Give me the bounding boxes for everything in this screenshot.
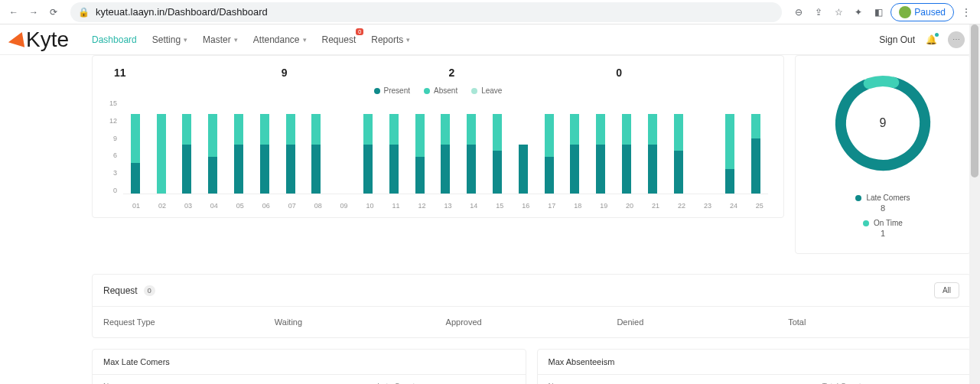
url-bar[interactable]: 🔒 kyteuat.laayn.in/Dashboard/Dashboard xyxy=(70,2,782,22)
x-tick: 15 xyxy=(487,199,513,210)
nav-master[interactable]: Master▾ xyxy=(203,34,238,45)
bar-column xyxy=(175,99,200,194)
stat-b: 9 xyxy=(271,67,438,79)
donut-legend-item: On Time xyxy=(855,219,910,227)
request-table-header: Request TypeWaitingApprovedDeniedTotal xyxy=(93,307,970,337)
x-tick: 10 xyxy=(357,199,383,210)
chevron-down-icon: ▾ xyxy=(234,36,238,44)
nav-dashboard[interactable]: Dashboard xyxy=(92,34,137,45)
scrollbar-thumb[interactable] xyxy=(971,24,978,177)
stat-d: 0 xyxy=(605,67,773,79)
bar-column xyxy=(123,99,148,194)
donut-center-value: 9 xyxy=(829,70,936,177)
x-tick: 17 xyxy=(539,199,565,210)
browser-toolbar: ← → ⟳ 🔒 kyteuat.laayn.in/Dashboard/Dashb… xyxy=(0,0,980,24)
x-tick: 21 xyxy=(643,199,669,210)
request-column-header: Waiting xyxy=(275,317,446,327)
x-tick: 08 xyxy=(305,199,331,210)
legend-item[interactable]: Leave xyxy=(471,86,502,95)
attendance-chart-card: 11 9 2 0 PresentAbsentLeave 15129630 010… xyxy=(92,55,784,218)
late-comers-card: Max Late Comers Name Late Count Pranjul … xyxy=(92,349,526,384)
x-tick: 12 xyxy=(409,199,435,210)
request-column-header: Request Type xyxy=(103,317,275,327)
logo-icon: ◀ xyxy=(5,26,24,52)
request-badge: 0 xyxy=(356,28,363,35)
x-tick: 07 xyxy=(279,199,305,210)
bar-column xyxy=(744,99,768,194)
x-tick: 13 xyxy=(435,199,461,210)
request-column-header: Total xyxy=(788,317,959,327)
absenteeism-card: Max Absenteeism Name Total Count Aishwar… xyxy=(537,349,972,384)
sign-out-link[interactable]: Sign Out xyxy=(879,34,915,45)
donut-legend-item: Late Comers xyxy=(855,194,910,202)
x-tick: 05 xyxy=(227,199,253,210)
nav-setting[interactable]: Setting▾ xyxy=(152,34,187,45)
donut-legend: Late Comers8On Time1 xyxy=(855,187,910,238)
request-column-header: Approved xyxy=(446,317,617,327)
x-tick: 22 xyxy=(669,199,695,210)
x-tick: 11 xyxy=(383,199,409,210)
nav-reports[interactable]: Reports▾ xyxy=(371,34,410,45)
bar-column xyxy=(640,99,665,194)
star-icon[interactable]: ☆ xyxy=(831,5,846,20)
bar-column xyxy=(563,99,588,194)
menu-icon[interactable]: ⋮ xyxy=(959,5,974,20)
x-tick: 18 xyxy=(565,199,591,210)
donut-card: 9 Late Comers8On Time1 xyxy=(795,55,971,254)
x-tick: 06 xyxy=(253,199,279,210)
request-card: Request 0 All Request TypeWaitingApprove… xyxy=(92,274,971,338)
chevron-down-icon: ▾ xyxy=(184,36,187,44)
x-tick: 01 xyxy=(123,199,149,210)
bar-column xyxy=(485,99,510,194)
request-count: 0 xyxy=(144,285,155,296)
profile-paused[interactable]: Paused xyxy=(890,3,954,21)
bar-column xyxy=(408,99,432,194)
reload-icon[interactable]: ⟳ xyxy=(46,5,61,20)
scrollbar[interactable] xyxy=(969,24,980,384)
extensions-icon[interactable]: ✦ xyxy=(851,5,866,20)
lock-icon: 🔒 xyxy=(78,7,90,18)
profile-avatar-icon xyxy=(899,6,911,18)
stat-c: 2 xyxy=(438,67,606,79)
legend-item[interactable]: Absent xyxy=(424,86,457,95)
chevron-down-icon: ▾ xyxy=(303,36,307,44)
bar-column xyxy=(614,99,639,194)
panel-icon[interactable]: ◧ xyxy=(871,5,886,20)
bar-column xyxy=(459,99,483,194)
bar-column xyxy=(226,99,251,194)
x-tick: 09 xyxy=(331,199,357,210)
y-axis: 15129630 xyxy=(103,99,123,194)
bar-column xyxy=(692,99,717,194)
x-tick: 16 xyxy=(513,199,539,210)
bar-column xyxy=(252,99,277,194)
bar-column xyxy=(356,99,380,194)
bar-column xyxy=(537,99,562,194)
stat-a: 11 xyxy=(103,67,271,79)
back-icon[interactable]: ← xyxy=(6,5,21,20)
url-text: kyteuat.laayn.in/Dashboard/Dashboard xyxy=(96,6,268,18)
share-icon[interactable]: ⇪ xyxy=(811,5,826,20)
request-column-header: Denied xyxy=(617,317,788,327)
bell-icon[interactable]: 🔔 xyxy=(926,34,937,45)
zoom-icon[interactable]: ⊖ xyxy=(791,5,806,20)
chevron-down-icon: ▾ xyxy=(406,36,410,44)
bar-column xyxy=(304,99,329,194)
nav-attendance[interactable]: Attendance▾ xyxy=(253,34,307,45)
bar-column xyxy=(511,99,536,194)
x-tick: 25 xyxy=(747,199,773,210)
x-tick: 23 xyxy=(695,199,721,210)
user-avatar[interactable]: ⋯ xyxy=(948,31,965,48)
bar-column xyxy=(278,99,303,194)
x-tick: 03 xyxy=(175,199,201,210)
x-tick: 04 xyxy=(201,199,227,210)
legend-item[interactable]: Present xyxy=(374,86,410,95)
nav-request[interactable]: Request0 xyxy=(322,34,357,45)
bar-column xyxy=(666,99,691,194)
request-all-button[interactable]: All xyxy=(934,282,959,298)
bar-column xyxy=(200,99,225,194)
request-title: Request xyxy=(103,285,138,296)
forward-icon[interactable]: → xyxy=(26,5,41,20)
x-tick: 20 xyxy=(617,199,643,210)
chart-legend: PresentAbsentLeave xyxy=(103,86,773,95)
bar-column xyxy=(382,99,406,194)
